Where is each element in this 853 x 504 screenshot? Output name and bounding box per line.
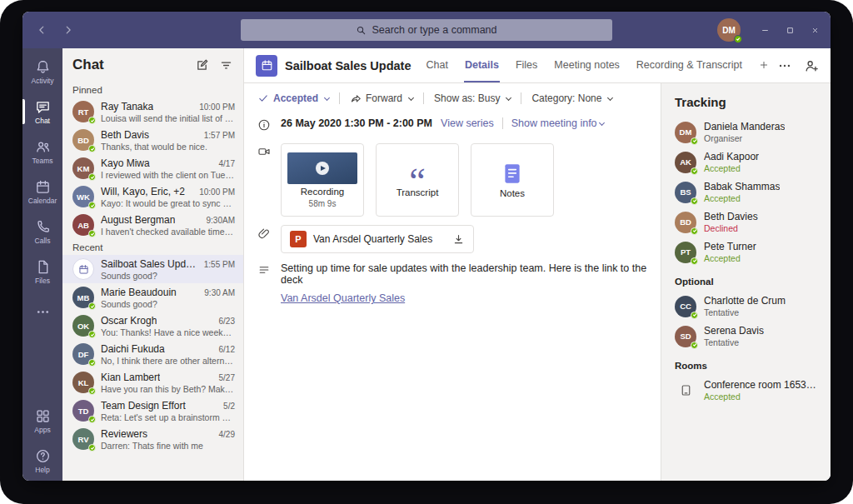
chat-list-item[interactable]: OK Oscar Krogh6/23You: Thanks! Have a ni… [62, 312, 243, 340]
help-icon [35, 448, 51, 464]
chat-list-item[interactable]: BD Beth Davis1:57 PMThanks, that would b… [62, 126, 243, 154]
chat-list-item-selected[interactable]: Sailboat Sales Update1:55 PMSounds good? [62, 255, 243, 283]
rail-item-more[interactable] [22, 292, 62, 332]
rail-item-teams[interactable]: Teams [22, 132, 62, 172]
rail-item-help[interactable]: Help [22, 441, 62, 481]
avatar: KM [72, 157, 94, 179]
tracking-title: Tracking [675, 95, 817, 109]
recent-section-label: Recent [62, 239, 243, 255]
meeting-tabs: Chat Details Files Meeting notes Recordi… [418, 48, 777, 82]
file-icon [35, 259, 51, 275]
meeting-header: Sailboat Sales Update Chat Details Files… [244, 48, 831, 83]
back-button[interactable] [32, 21, 51, 39]
rail-item-chat[interactable]: Chat [22, 92, 62, 132]
meeting-avatar [72, 258, 94, 280]
attendee-row[interactable]: AK Aadi KapoorAccepted [675, 151, 817, 173]
chat-list-item[interactable]: DF Daichi Fukuda6/12No, I think there ar… [62, 340, 243, 368]
add-participant-icon[interactable] [804, 58, 819, 73]
show-meeting-info-link[interactable]: Show meeting info [511, 117, 604, 129]
transcript-card[interactable]: Transcript [376, 143, 459, 217]
chat-list-item[interactable]: KM Kayo Miwa4/17I reviewed with the clie… [62, 154, 243, 182]
chat-panel-title: Chat [72, 57, 104, 73]
rail-item-calls[interactable]: Calls [22, 212, 62, 252]
recording-card[interactable]: Recording 58m 9s [281, 143, 364, 217]
attendee-row[interactable]: DM Daniela ManderasOrganiser [675, 121, 817, 143]
chat-preview: I haven't checked available times yet [101, 227, 235, 237]
rail-item-files[interactable]: Files [22, 252, 62, 292]
tab-meeting-notes[interactable]: Meeting notes [553, 48, 621, 82]
maximize-button[interactable] [777, 12, 802, 48]
notes-card[interactable]: Notes [471, 143, 554, 217]
room-row[interactable]: Conference room 16537/AV/13Accepted [675, 379, 817, 402]
forward-button[interactable] [59, 21, 77, 39]
show-as-dropdown[interactable]: Show as: Busy [434, 92, 511, 104]
category-dropdown[interactable]: Category: None [531, 92, 612, 104]
chat-name: Beth Davis [101, 129, 149, 141]
recording-thumbnail [287, 152, 357, 184]
chat-timestamp: 9:30 AM [204, 288, 235, 297]
meeting-toolbar: Accepted Forward Show as: Busy Category:… [244, 83, 661, 113]
chat-preview: Sounds good? [101, 271, 235, 281]
deck-link[interactable]: Van Arsdel Quarterly Sales [281, 292, 405, 304]
chat-preview: Thanks, that would be nice. [101, 142, 235, 152]
chat-preview: Reta: Let's set up a brainstorm session … [101, 412, 235, 422]
chat-list-item[interactable]: RT Ray Tanaka10:00 PMLouisa will send th… [62, 97, 243, 126]
teams-icon [35, 139, 51, 155]
chat-list-item[interactable]: WK Will, Kayo, Eric, +210:00 PMKayo: It … [62, 182, 243, 211]
attendee-status: Accepted [704, 163, 759, 173]
chat-name: Reviewers [101, 428, 147, 440]
avatar: WK [72, 186, 94, 207]
recording-duration: 58m 9s [309, 199, 337, 208]
chat-list-item[interactable]: KL Kian Lambert5/27Have you ran this by … [62, 368, 243, 397]
attendee-row[interactable]: CC Charlotte de CrumTentative [675, 295, 817, 317]
play-icon [316, 162, 329, 175]
rsvp-status-dropdown[interactable]: Accepted [257, 92, 329, 104]
user-avatar[interactable]: DM [717, 18, 741, 42]
forward-dropdown[interactable]: Forward [350, 92, 413, 104]
chat-icon [35, 99, 51, 115]
filter-icon[interactable] [219, 58, 233, 72]
rail-item-apps[interactable]: Apps [22, 401, 62, 441]
more-icon [35, 304, 51, 320]
tab-chat[interactable]: Chat [426, 48, 449, 82]
chevron-down-icon [506, 94, 511, 100]
main-panel: Sailboat Sales Update Chat Details Files… [244, 48, 831, 481]
more-options-icon[interactable] [777, 58, 792, 73]
avatar: DM [675, 122, 696, 143]
chat-timestamp: 4/17 [219, 159, 235, 168]
rail-item-calendar[interactable]: Calendar [22, 172, 62, 212]
bell-icon [35, 59, 51, 75]
presence-available-icon [88, 117, 96, 124]
minimize-button[interactable] [752, 12, 777, 48]
attendee-row[interactable]: BD Beth DaviesDeclined [675, 211, 817, 233]
titlebar: Search or type a command DM [22, 12, 831, 48]
attendee-row[interactable]: SD Serena DavisTentative [675, 325, 817, 347]
close-button[interactable] [802, 12, 827, 48]
chat-list-item[interactable]: TD Team Design Effort5/2Reta: Let's set … [62, 397, 243, 425]
presence-available-icon [88, 444, 96, 452]
chat-list-item[interactable]: AB August Bergman9:30AMI haven't checked… [62, 211, 243, 239]
search-input[interactable]: Search or type a command [241, 19, 612, 41]
presence-available-icon [691, 197, 698, 205]
attendee-row[interactable]: PT Pete TurnerAccepted [675, 241, 817, 263]
view-series-link[interactable]: View series [441, 117, 494, 129]
chat-preview: Kayo: It would be great to sync with... [101, 198, 235, 208]
chat-list-item[interactable]: MB Marie Beaudouin9:30 AMSounds good? [62, 283, 243, 312]
tab-files[interactable]: Files [515, 48, 538, 82]
new-chat-icon[interactable] [195, 58, 209, 72]
presence-available-icon [734, 35, 742, 43]
attachment-chip[interactable]: Van Arsdel Quarterly Sales [281, 225, 474, 253]
tab-recording-transcript[interactable]: Recording & Transcript [636, 48, 743, 82]
tab-details[interactable]: Details [464, 48, 500, 82]
chat-preview: Darren: Thats fine with me [101, 441, 235, 451]
presence-available-icon [88, 202, 96, 209]
rail-item-activity[interactable]: Activity [22, 52, 62, 92]
add-tab-button[interactable] [758, 48, 770, 82]
chat-list-item[interactable]: RV Reviewers4/29Darren: Thats fine with … [62, 425, 243, 453]
chat-timestamp: 1:57 PM [204, 131, 235, 140]
attendee-name: Daniela Manderas [704, 121, 785, 132]
chat-preview: Sounds good? [101, 299, 235, 309]
download-icon[interactable] [452, 233, 465, 246]
teams-window: Search or type a command DM Activity Cha… [22, 12, 831, 481]
attendee-row[interactable]: BS Babak ShammasAccepted [675, 181, 817, 203]
